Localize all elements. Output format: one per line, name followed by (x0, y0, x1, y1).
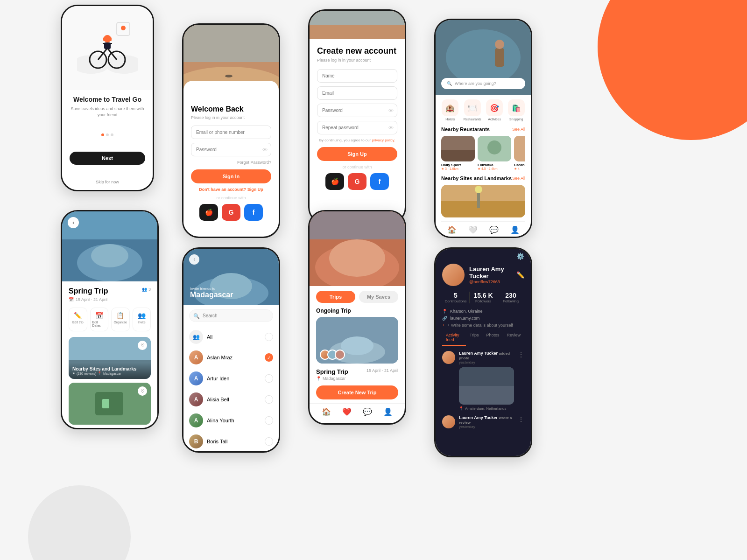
organize-button[interactable]: 📋 Organize (111, 308, 130, 331)
landmarks-see-all[interactable]: See All (512, 176, 525, 181)
people-icon: 👥 (142, 287, 147, 292)
friend-aslan[interactable]: A Aslan Mraz ✓ (189, 347, 273, 368)
heart-button-2[interactable]: ♡ (138, 386, 147, 396)
password-input[interactable] (191, 143, 271, 156)
repeat-password-wrap: 👁 (317, 121, 397, 134)
check-artur[interactable] (265, 374, 273, 383)
home-nav-icon[interactable]: 🏠 (447, 225, 457, 234)
back-button[interactable]: ‹ (68, 217, 79, 228)
avatar-alina: A (189, 413, 203, 427)
search-bar[interactable]: 🔍 Where are you going? (441, 78, 525, 89)
facebook-register-button[interactable]: f (370, 173, 389, 190)
profile-nav-icon[interactable]: 👤 (510, 225, 520, 234)
facebook-login-button[interactable]: f (244, 204, 263, 221)
restaurants-see-all[interactable]: See All (512, 127, 525, 132)
trip-dates: 📅 15 April - 21 April (69, 297, 151, 302)
signin-button[interactable]: Sign In (191, 169, 271, 183)
profile-icon-trips[interactable]: 👤 (383, 407, 393, 416)
skip-link[interactable]: Skip for now (96, 180, 119, 184)
settings-icon[interactable]: ⚙️ (516, 252, 524, 260)
tab-trips-profile[interactable]: Trips (466, 330, 483, 346)
create-new-trip-button[interactable]: Create New Trip (316, 385, 398, 399)
friend-brandon[interactable]: B Brandon Morris (189, 452, 273, 453)
apple-login-button[interactable]: 🍎 (199, 204, 218, 221)
category-activities[interactable]: 🎯 Activities (486, 99, 503, 121)
accommodation-card[interactable]: ♡ (69, 383, 151, 425)
restaurant-filjanka[interactable]: Filiżanka ★ 4.5 · 2.4km (478, 136, 511, 171)
apple-register-button[interactable]: 🍎 (325, 173, 344, 190)
activity-item-1: Lauren Amy Tucker added photo yesterday … (442, 351, 524, 411)
category-row: 🏨 Hotels 🍽️ Restaurants 🎯 Activities 🛍️ … (441, 99, 525, 121)
signin-title: Welcome Back (191, 105, 271, 113)
password-input-register[interactable] (317, 104, 397, 117)
heart-button-1[interactable]: ♡ (138, 341, 147, 350)
chat-icon-trips[interactable]: 💬 (363, 407, 372, 416)
shopping-label: Shopping (509, 118, 523, 121)
heart-nav-icon[interactable]: 🤍 (468, 225, 478, 234)
category-restaurants[interactable]: 🍽️ Restaurants (464, 99, 481, 121)
check-boris[interactable] (265, 437, 273, 446)
category-shopping[interactable]: 🛍️ Shopping (508, 99, 525, 121)
back-button-invite[interactable]: ‹ (189, 254, 199, 265)
search-friends-input[interactable] (189, 309, 273, 322)
trip-header: Spring Trip 👥 3 (69, 287, 151, 295)
activity-more-2[interactable]: ⋮ (518, 415, 524, 423)
following-label: Following (497, 299, 524, 303)
signup-link-text[interactable]: Sign Up (247, 187, 263, 192)
profile-header-bar: ⚙️ (436, 249, 531, 260)
organize-icon: 📋 (116, 312, 124, 319)
invite-button[interactable]: 👥 Invite (133, 308, 151, 331)
friend-alisia[interactable]: A Alisia Bell (189, 389, 273, 410)
eye-icon-repeat[interactable]: 👁 (388, 125, 394, 131)
home-icon-trips[interactable]: 🏠 (322, 407, 331, 416)
social-login-buttons: 🍎 G f (191, 204, 271, 221)
friend-boris[interactable]: B Boris Tall (189, 431, 273, 452)
category-hotels[interactable]: 🏨 Hotels (442, 99, 458, 121)
name-input[interactable] (317, 69, 397, 83)
svg-rect-29 (514, 136, 525, 161)
restaurant-daily-sport[interactable]: Daily Sport ★ 3 · 1.6km (441, 136, 475, 171)
invite-prefix: Invite friends to (190, 287, 233, 291)
email-input-register[interactable] (317, 86, 397, 100)
repeat-password-input[interactable] (317, 121, 397, 134)
search-icon: 🔍 (447, 81, 452, 86)
avatar-boris: B (189, 434, 203, 448)
tab-photos[interactable]: Photos (482, 330, 503, 346)
profile-info-header: Lauren Amy Tucker @nortflow72663 ✏️ (442, 264, 524, 286)
all-friends-item[interactable]: 👥 All (189, 327, 273, 347)
chat-nav-icon[interactable]: 💬 (489, 225, 499, 234)
eye-icon[interactable]: 👁 (262, 147, 268, 153)
check-aslan[interactable]: ✓ (265, 353, 273, 362)
activity-more-1[interactable]: ⋮ (518, 351, 524, 358)
friend-artur[interactable]: A Artur Iden (189, 368, 273, 389)
check-alisia[interactable] (265, 395, 273, 404)
privacy-link[interactable]: privacy policy. (372, 138, 395, 142)
google-register-button[interactable]: G (348, 173, 366, 190)
tab-my-saves[interactable]: My Saves (359, 291, 398, 303)
friend-alina[interactable]: A Alina Yourth (189, 410, 273, 431)
google-login-button[interactable]: G (222, 204, 240, 221)
restaurant-crean[interactable]: Crean ★ 4 (514, 136, 525, 171)
activities-label: Activities (488, 118, 501, 121)
email-input[interactable] (191, 126, 271, 139)
edit-trip-button[interactable]: ✏️ Edit trip (69, 308, 87, 331)
members-count: 👥 3 (142, 287, 151, 292)
check-alina[interactable] (265, 416, 273, 425)
signup-button[interactable]: Sign Up (317, 147, 397, 161)
forgot-password-link[interactable]: Forgot Password? (191, 160, 271, 165)
heart-icon-trips[interactable]: ❤️ (342, 407, 352, 416)
edit-profile-icon[interactable]: ✏️ (516, 271, 524, 279)
profile-name-info: Lauren Amy Tucker @nortflow72663 (469, 266, 516, 284)
edit-dates-button[interactable]: 📅 Edit Dates (90, 308, 109, 331)
landmark-card[interactable]: ♡ Nearby Sites and Landmarks ★ (230 revi… (69, 337, 151, 379)
all-check[interactable] (265, 333, 273, 341)
tab-trips[interactable]: Trips (316, 291, 355, 303)
eye-icon-pass[interactable]: 👁 (388, 108, 394, 113)
ongoing-trip-card[interactable] (316, 317, 398, 364)
next-button[interactable]: Next (70, 152, 145, 165)
signin-subtitle: Please log in in your account (191, 115, 271, 120)
avatar-artur: A (189, 371, 203, 385)
search-placeholder-text: Where are you going? (455, 81, 496, 86)
tab-activity-feed[interactable]: Activity feed (442, 330, 466, 346)
tab-review[interactable]: Review (503, 330, 524, 346)
